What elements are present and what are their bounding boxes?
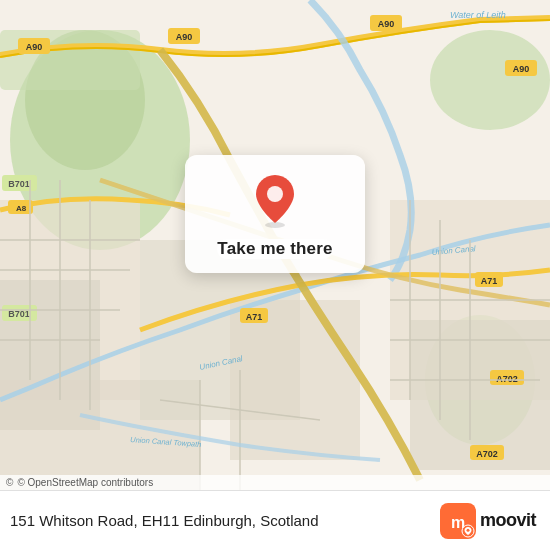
svg-text:A71: A71: [481, 276, 498, 286]
moovit-icon: m: [440, 503, 476, 539]
svg-text:B701: B701: [8, 179, 30, 189]
moovit-logo: m moovit: [440, 503, 536, 539]
svg-text:A90: A90: [513, 64, 530, 74]
location-card-container: Take me there: [185, 155, 365, 273]
address-text: 151 Whitson Road, EH11 Edinburgh, Scotla…: [10, 512, 319, 529]
svg-text:A90: A90: [26, 42, 43, 52]
map-attribution: © © OpenStreetMap contributors: [0, 475, 550, 490]
take-me-there-card: Take me there: [185, 155, 365, 273]
svg-point-60: [466, 528, 469, 531]
svg-text:A71: A71: [246, 312, 263, 322]
svg-text:A702: A702: [496, 374, 518, 384]
svg-rect-12: [230, 300, 360, 460]
attribution-text: © OpenStreetMap contributors: [17, 477, 153, 488]
svg-text:A90: A90: [176, 32, 193, 42]
svg-text:A8: A8: [16, 204, 27, 213]
copyright-symbol: ©: [6, 477, 13, 488]
location-pin-icon: [251, 173, 299, 229]
svg-text:A702: A702: [476, 449, 498, 459]
map-container: A90 A90 A90 A90 B701 B701 A8 Water of Le…: [0, 0, 550, 490]
svg-point-56: [267, 186, 283, 202]
moovit-wordmark: moovit: [480, 510, 536, 531]
svg-point-4: [430, 30, 550, 130]
bottom-bar: 151 Whitson Road, EH11 Edinburgh, Scotla…: [0, 490, 550, 550]
take-me-there-button[interactable]: Take me there: [217, 239, 332, 259]
svg-text:A90: A90: [378, 19, 395, 29]
svg-text:Water of Leith: Water of Leith: [450, 10, 506, 20]
